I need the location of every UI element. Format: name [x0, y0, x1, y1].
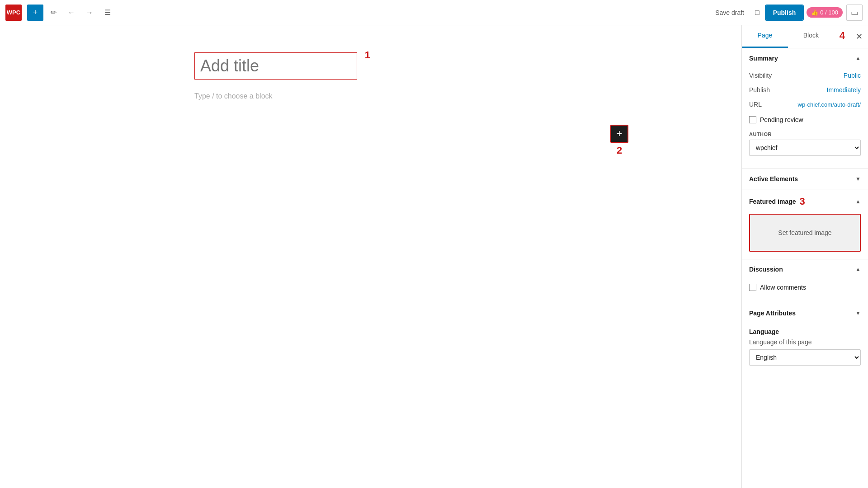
- tab-page[interactable]: Page: [742, 25, 788, 48]
- add-block-toolbar-button[interactable]: +: [27, 5, 43, 21]
- url-label: URL: [749, 101, 762, 108]
- editor-area: 1 Type / to choose a block + 2: [0, 25, 741, 488]
- save-draft-button[interactable]: Save draft: [711, 6, 749, 19]
- visibility-value[interactable]: Public: [844, 72, 861, 79]
- title-input-wrapper: 1: [194, 52, 357, 80]
- wpc-logo: WPC: [5, 5, 22, 21]
- edit-tool-button[interactable]: ✏: [45, 5, 61, 21]
- tab-block[interactable]: Block: [788, 25, 834, 48]
- annotation-4: 4: [834, 25, 850, 48]
- sidebar-tabs: Page Block 4 ✕: [742, 25, 868, 48]
- allow-comments-row: Allow comments: [749, 279, 861, 296]
- featured-image-label: Featured image: [749, 198, 796, 205]
- url-value[interactable]: wp-chief.com/auto-draft/: [798, 101, 861, 108]
- active-elements-header[interactable]: Active Elements ▼: [742, 169, 868, 189]
- featured-image-chevron-icon: ▲: [855, 198, 861, 205]
- set-featured-image-button[interactable]: Set featured image: [749, 214, 861, 252]
- block-placeholder: Type / to choose a block: [194, 89, 547, 104]
- add-block-floating-button[interactable]: +: [610, 125, 628, 143]
- pending-review-row: Pending review: [749, 112, 861, 128]
- sidebar: Page Block 4 ✕ Summary ▲ Visibility Publ…: [741, 25, 868, 488]
- page-attributes-chevron-icon: ▼: [855, 310, 861, 316]
- featured-image-body: Set featured image: [742, 214, 868, 259]
- readability-score: 0 / 100: [820, 9, 838, 16]
- settings-button[interactable]: ▭: [846, 5, 863, 21]
- featured-image-header[interactable]: Featured image 3 ▲: [742, 189, 868, 214]
- publish-label: Publish: [749, 86, 770, 94]
- close-sidebar-button[interactable]: ✕: [850, 25, 868, 48]
- pending-review-label: Pending review: [760, 116, 803, 123]
- annotation-2: 2: [610, 145, 628, 156]
- editor-inner: 1 Type / to choose a block + 2: [194, 52, 547, 470]
- summary-chevron-up-icon: ▲: [855, 55, 861, 61]
- page-attributes-header[interactable]: Page Attributes ▼: [742, 303, 868, 323]
- summary-label: Summary: [749, 55, 778, 62]
- readability-icon: 👍: [811, 9, 818, 16]
- author-section: AUTHOR wpchief: [749, 128, 861, 161]
- discussion-header[interactable]: Discussion ▲: [742, 259, 868, 279]
- language-label: Language: [749, 328, 779, 335]
- toolbar: WPC + ✏ ← → ☰ Save draft □ Publish 👍 0 /…: [0, 0, 868, 25]
- add-block-btn-wrapper: + 2: [610, 125, 628, 156]
- summary-section-header[interactable]: Summary ▲: [742, 48, 868, 68]
- language-of-page-label: Language of this page: [749, 338, 861, 346]
- page-attributes-label: Page Attributes: [749, 310, 796, 317]
- allow-comments-label: Allow comments: [760, 284, 806, 291]
- publish-value[interactable]: Immediately: [827, 86, 861, 94]
- discussion-section: Discussion ▲ Allow comments: [742, 259, 868, 303]
- preview-button[interactable]: □: [752, 7, 762, 19]
- publish-button[interactable]: Publish: [766, 5, 803, 20]
- author-select[interactable]: wpchief: [749, 140, 861, 156]
- pending-review-checkbox[interactable]: [749, 116, 756, 123]
- discussion-body: Allow comments: [742, 279, 868, 303]
- summary-section-body: Visibility Public Publish Immediately UR…: [742, 68, 868, 169]
- redo-button[interactable]: →: [81, 5, 98, 21]
- discussion-label: Discussion: [749, 266, 783, 273]
- visibility-label: Visibility: [749, 72, 772, 79]
- language-section-body: Language Language of this page English F…: [742, 323, 868, 373]
- allow-comments-checkbox[interactable]: [749, 284, 756, 291]
- author-label: AUTHOR: [749, 131, 861, 137]
- toolbar-left: WPC + ✏ ← → ☰: [5, 5, 116, 21]
- title-input[interactable]: [200, 56, 351, 75]
- url-row: URL wp-chief.com/auto-draft/: [749, 97, 861, 112]
- readability-badge[interactable]: 👍 0 / 100: [807, 7, 843, 18]
- annotation-1: 1: [365, 49, 370, 61]
- active-elements-section: Active Elements ▼: [742, 169, 868, 189]
- active-elements-chevron-icon: ▼: [855, 176, 861, 182]
- language-select[interactable]: English French Spanish German: [749, 349, 861, 366]
- annotation-3: 3: [799, 196, 805, 207]
- featured-image-section: Featured image 3 ▲ Set featured image: [742, 189, 868, 259]
- main-layout: 1 Type / to choose a block + 2 Page Bloc…: [0, 25, 868, 488]
- page-attributes-section: Page Attributes ▼ Language Language of t…: [742, 303, 868, 373]
- publish-row: Publish Immediately: [749, 83, 861, 97]
- list-view-button[interactable]: ☰: [99, 5, 116, 21]
- active-elements-label: Active Elements: [749, 175, 798, 183]
- summary-section: Summary ▲ Visibility Public Publish Imme…: [742, 48, 868, 169]
- undo-button[interactable]: ←: [63, 5, 80, 21]
- discussion-chevron-icon: ▲: [855, 266, 861, 272]
- toolbar-right: Save draft □ Publish 👍 0 / 100 ▭: [711, 5, 863, 21]
- visibility-row: Visibility Public: [749, 68, 861, 83]
